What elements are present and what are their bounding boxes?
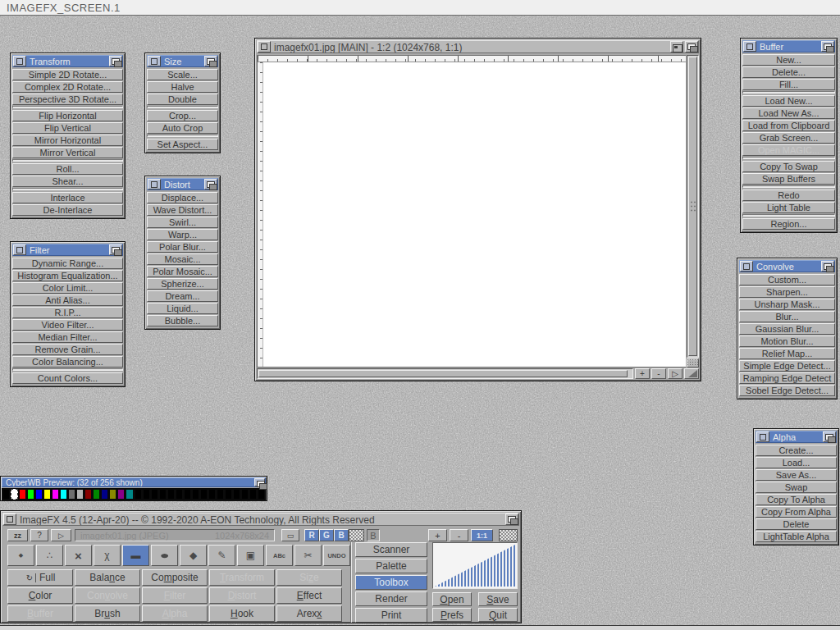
palette-swatch[interactable]	[151, 489, 158, 500]
alpha-panel-titlebar[interactable]: Alpha	[756, 431, 837, 443]
panel-button[interactable]: Polar Mosaic...	[147, 266, 218, 277]
composite-button[interactable]: Composite	[142, 569, 208, 586]
alpha-button[interactable]: Alpha	[142, 605, 208, 622]
pattern-button[interactable]	[499, 529, 518, 541]
filter-panel-titlebar[interactable]: Filter	[12, 244, 123, 256]
curve-tool[interactable]: χ	[94, 545, 121, 566]
panel-button[interactable]: Region...	[742, 218, 835, 230]
panel-button[interactable]: Polar Blur...	[147, 241, 218, 253]
panel-button[interactable]: Swirl...	[147, 217, 218, 228]
panel-button[interactable]: Mosaic...	[147, 253, 218, 265]
panel-button[interactable]: Flip Horizontal	[12, 110, 123, 121]
panel-button[interactable]: Set Aspect...	[147, 139, 218, 150]
palette-swatch[interactable]	[208, 489, 216, 500]
palette-swatch[interactable]	[241, 489, 249, 500]
ellipse-tool[interactable]: ●	[151, 545, 178, 566]
prefs-button[interactable]: Prefs	[432, 608, 472, 622]
palette-swatch[interactable]	[19, 489, 26, 500]
stamp-tool[interactable]: ▣	[237, 545, 264, 566]
resize-corner[interactable]	[684, 368, 699, 379]
zoom-in-button[interactable]: +	[635, 368, 650, 379]
palette-swatch[interactable]	[93, 489, 100, 500]
palette-swatch[interactable]	[68, 489, 75, 500]
close-icon[interactable]	[756, 431, 769, 442]
color-button[interactable]: Color	[7, 587, 73, 604]
effect-button[interactable]: Effect	[276, 587, 342, 604]
panel-button[interactable]: Simple Edge Detect...	[739, 360, 835, 372]
palette-swatch[interactable]	[84, 489, 92, 500]
panel-button[interactable]: Complex 2D Rotate...	[12, 81, 123, 93]
panel-button[interactable]: Fill...	[742, 79, 835, 90]
panel-button[interactable]: Unsharp Mask...	[739, 299, 835, 310]
point-tool[interactable]: ◆	[7, 545, 34, 566]
buffer-button[interactable]: Buffer	[7, 605, 73, 622]
panel-button[interactable]: Color Limit...	[12, 282, 123, 294]
panel-button[interactable]: LightTable Alpha	[756, 531, 837, 542]
quit-button[interactable]: Quit	[478, 608, 518, 622]
run-script-button[interactable]: ▷	[51, 529, 71, 541]
panel-button[interactable]: Load New...	[742, 95, 835, 107]
palette-swatch[interactable]	[233, 489, 240, 500]
panel-button[interactable]: Sobel Edge Detect...	[739, 385, 835, 396]
panel-button[interactable]: Histogram Equalization...	[12, 270, 123, 281]
transform-panel-titlebar[interactable]: Transform	[12, 55, 123, 67]
panel-button[interactable]: Video Filter...	[12, 319, 123, 331]
panel-button[interactable]: Dream...	[147, 290, 218, 302]
palette-swatch[interactable]	[143, 489, 150, 500]
palette-swatch[interactable]	[159, 489, 167, 500]
text-tool[interactable]: ABc	[266, 545, 293, 566]
panel-button[interactable]: Interlace	[12, 192, 123, 203]
panel-button[interactable]: Shear...	[12, 176, 123, 187]
distort-button[interactable]: Distort	[209, 587, 275, 604]
image-canvas[interactable]	[263, 62, 686, 367]
panel-button[interactable]: Warp...	[147, 229, 218, 240]
panel-button[interactable]: Grab Screen...	[742, 132, 835, 144]
panel-button[interactable]: Liquid...	[147, 303, 218, 314]
panel-button[interactable]: Redo	[742, 189, 835, 201]
distort-panel-titlebar[interactable]: Distort	[147, 178, 218, 190]
depth-icon[interactable]	[109, 244, 122, 255]
red-channel-toggle[interactable]: R	[304, 529, 319, 541]
pan-button[interactable]: ▷	[668, 368, 682, 379]
palette-swatch[interactable]	[126, 489, 133, 500]
freehand-tool[interactable]: ✎	[208, 545, 235, 566]
panel-button[interactable]: Delete...	[742, 66, 835, 78]
panel-button[interactable]: Crop...	[147, 110, 218, 121]
close-icon[interactable]	[13, 56, 26, 66]
panel-button[interactable]: Bubble...	[147, 315, 218, 326]
print-button[interactable]: Print	[355, 608, 427, 623]
panel-button[interactable]: Scale...	[147, 69, 218, 80]
palette-swatch[interactable]	[167, 489, 175, 500]
depth-icon[interactable]	[109, 56, 122, 66]
blue-channel-toggle[interactable]: B	[334, 529, 349, 541]
depth-icon[interactable]	[685, 41, 698, 52]
scanner-button[interactable]: Scanner	[355, 542, 427, 557]
brush-button[interactable]: Brush	[75, 605, 140, 622]
palette-swatch[interactable]	[258, 489, 265, 500]
panel-button[interactable]: Mirror Vertical	[12, 147, 123, 158]
line-tool[interactable]: ×	[65, 545, 92, 566]
vertical-scroll-track[interactable]	[687, 55, 699, 358]
depth-icon[interactable]	[204, 56, 217, 66]
undo-button[interactable]: UNDO	[323, 545, 350, 566]
panel-button[interactable]: Gaussian Blur...	[739, 323, 835, 335]
toolbar-titlebar[interactable]: ImageFX 4.5 (12-Apr-20) -- © 1992-2020 A…	[2, 513, 519, 526]
view-zoom-out-button[interactable]: -	[450, 529, 468, 541]
convolve-panel-titlebar[interactable]: Convolve	[739, 260, 835, 272]
toolbox-button[interactable]: Toolbox	[355, 575, 427, 590]
panel-button[interactable]: Perspective 3D Rotate...	[12, 94, 123, 105]
monitor-button[interactable]: ▭	[281, 529, 299, 541]
panel-button[interactable]: Motion Blur...	[739, 336, 835, 347]
close-icon[interactable]	[148, 56, 161, 66]
close-icon[interactable]	[743, 41, 756, 52]
arexx-button[interactable]: Arexx	[276, 605, 342, 622]
palette-swatch[interactable]	[52, 489, 59, 500]
panel-button[interactable]: Open MAGIC...	[742, 144, 835, 156]
palette-swatch[interactable]	[249, 489, 257, 500]
transform-button[interactable]: Transform	[209, 569, 275, 586]
horizontal-scroll-track[interactable]	[257, 368, 633, 379]
full-button[interactable]: ↻Full	[7, 569, 73, 586]
palette-button[interactable]: Palette	[355, 559, 427, 573]
palette-swatch[interactable]	[27, 489, 34, 500]
dither-pattern-swatch[interactable]	[349, 529, 364, 541]
